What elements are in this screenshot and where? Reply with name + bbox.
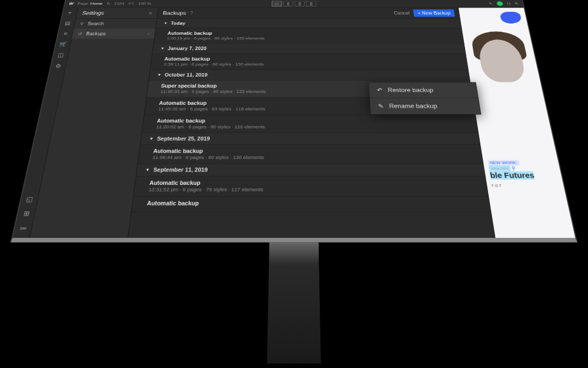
settings-item-label: Search bbox=[87, 21, 104, 25]
canvas-tag: NEW WORK: bbox=[487, 160, 520, 165]
caret-down-icon: ▼ bbox=[145, 167, 151, 172]
caret-down-icon: ▼ bbox=[163, 21, 168, 25]
zoom-level: 100 % bbox=[138, 1, 152, 5]
status-dot bbox=[496, 1, 503, 6]
settings-item-backups[interactable]: ↺Backups› bbox=[72, 28, 155, 38]
caret-down-icon: ▼ bbox=[161, 47, 165, 50]
context-menu-label: Restore backup bbox=[387, 87, 434, 93]
context-menu: ↶Restore backup✎Rename backup bbox=[368, 82, 481, 114]
backups-panel: Backups ? Cancel + New Backup ▼TodayAuto… bbox=[128, 8, 496, 238]
backup-date-header[interactable]: ▼September 11, 2019 bbox=[136, 164, 486, 176]
backup-date-label: October 11, 2019 bbox=[164, 72, 208, 77]
caret-down-icon: ▼ bbox=[149, 136, 154, 140]
backup-date-header[interactable]: ▼October 11, 2019 bbox=[149, 69, 470, 80]
backups-header: Backups ? Cancel + New Backup bbox=[157, 8, 460, 19]
history-icon: ↺ bbox=[78, 31, 83, 36]
backup-date-label: September 25, 2019 bbox=[157, 136, 211, 141]
backup-name: Automatic backup bbox=[167, 31, 450, 35]
audit-icon[interactable]: ⊞ bbox=[21, 210, 31, 217]
backup-date-label: Today bbox=[171, 21, 186, 25]
pages-icon[interactable]: ▤ bbox=[64, 20, 72, 25]
decorative-blob bbox=[499, 11, 522, 23]
brush-icon[interactable]: ✎ bbox=[489, 1, 493, 5]
backup-name: Automatic backup bbox=[156, 118, 463, 123]
backup-item[interactable]: Automatic backup2:39:11 pm · 6 pages · 8… bbox=[151, 54, 469, 70]
device-tablet-icon[interactable]: ▯ bbox=[283, 1, 293, 6]
backup-date-label: January 7, 2020 bbox=[168, 46, 207, 51]
ecommerce-icon[interactable]: 🛒 bbox=[59, 41, 68, 47]
backup-meta: 1:06:19 pm · 6 pages · 86 styles · 150 e… bbox=[166, 36, 451, 40]
backup-date-header[interactable]: ▼January 7, 2020 bbox=[152, 44, 466, 54]
add-icon[interactable]: + bbox=[66, 10, 74, 15]
cms-icon[interactable]: ≡ bbox=[61, 31, 69, 37]
backup-date-label: September 11, 2019 bbox=[153, 167, 208, 173]
backup-name: Automatic backup bbox=[146, 200, 476, 206]
context-menu-label: Rename backup bbox=[389, 102, 437, 109]
context-menu-item[interactable]: ↶Restore backup bbox=[369, 82, 478, 98]
canvas-headline: ble Futures bbox=[489, 171, 557, 179]
breadcrumb[interactable]: Page: Home bbox=[77, 1, 103, 5]
top-bar: W Page: Home ↻ 1164 PX 100 % ▭ ▯ ▯ ▯ ✎ bbox=[64, 0, 524, 8]
settings-icon[interactable]: ⚙ bbox=[54, 63, 63, 69]
refresh-icon[interactable]: ↻ bbox=[106, 1, 111, 5]
assets-icon[interactable]: ◫ bbox=[56, 52, 65, 58]
close-icon[interactable]: × bbox=[148, 10, 152, 15]
device-desktop-icon[interactable]: ▭ bbox=[272, 1, 282, 6]
device-tablet-portrait-icon[interactable]: ▯ bbox=[295, 1, 305, 6]
grid-icon[interactable]: ≔ bbox=[18, 224, 28, 232]
backup-name: Automatic backup bbox=[153, 148, 468, 154]
new-backup-button[interactable]: + New Backup bbox=[413, 9, 455, 17]
pencil-icon: ✎ bbox=[378, 102, 384, 109]
device-switcher: ▭ ▯ ▯ ▯ bbox=[272, 1, 316, 6]
help-icon[interactable]: ? bbox=[190, 11, 193, 15]
backup-item[interactable]: Automatic backup1:06:19 pm · 6 pages · 8… bbox=[154, 28, 465, 44]
canvas-subtext: r o r bbox=[492, 183, 560, 188]
backup-item[interactable]: Automatic backup11:20:02 am · 6 pages · … bbox=[142, 115, 479, 133]
restore-icon: ↶ bbox=[377, 87, 383, 93]
settings-panel-header: Settings × bbox=[76, 8, 158, 19]
settings-item-label: Backups bbox=[86, 31, 106, 36]
context-menu-item[interactable]: ✎Rename backup bbox=[370, 98, 480, 114]
export-icon[interactable]: ⇱ bbox=[514, 1, 519, 5]
backup-meta: 11:20:02 am · 6 pages · 80 styles · 116 … bbox=[156, 124, 465, 129]
backup-item[interactable]: Automatic backup12:31:52 pm · 6 pages · … bbox=[133, 176, 489, 196]
backup-name: Automatic backup bbox=[164, 57, 455, 61]
monitor-stand bbox=[267, 242, 321, 363]
caret-down-icon: ▼ bbox=[157, 72, 162, 77]
backup-date-header[interactable]: ▼September 25, 2019 bbox=[141, 133, 480, 145]
app-logo: W bbox=[69, 1, 74, 5]
code-icon[interactable]: ⟨⟩ bbox=[506, 1, 511, 5]
backup-item[interactable]: Automatic backup bbox=[132, 196, 492, 211]
help-icon[interactable]: ◱ bbox=[24, 195, 34, 203]
backup-name: Automatic backup bbox=[149, 180, 473, 185]
cancel-button[interactable]: Cancel bbox=[394, 11, 410, 15]
search-icon: ⚲ bbox=[79, 21, 84, 25]
settings-item-search[interactable]: ⚲Search bbox=[74, 18, 157, 28]
backup-meta: 12:31:52 pm · 6 pages · 79 styles · 117 … bbox=[148, 187, 474, 192]
app-screen: W Page: Home ↻ 1164 PX 100 % ▭ ▯ ▯ ▯ ✎ bbox=[11, 0, 578, 242]
backups-list: ▼TodayAutomatic backup1:06:19 pm · 6 pag… bbox=[132, 18, 492, 211]
device-mobile-icon[interactable]: ▯ bbox=[306, 1, 316, 6]
backup-item[interactable]: Automatic backup11:06:44 am · 6 pages · … bbox=[138, 145, 484, 164]
backup-meta: 11:06:44 am · 6 pages · 80 styles · 130 … bbox=[152, 155, 469, 160]
canvas-width: 1164 bbox=[114, 1, 125, 5]
backup-date-header[interactable]: ▼Today bbox=[156, 18, 462, 28]
canvas-tag-2: view title bbox=[489, 165, 511, 171]
backup-meta: 2:39:11 pm · 6 pages · 86 styles · 150 e… bbox=[163, 62, 455, 66]
chevron-right-icon: › bbox=[148, 31, 150, 36]
